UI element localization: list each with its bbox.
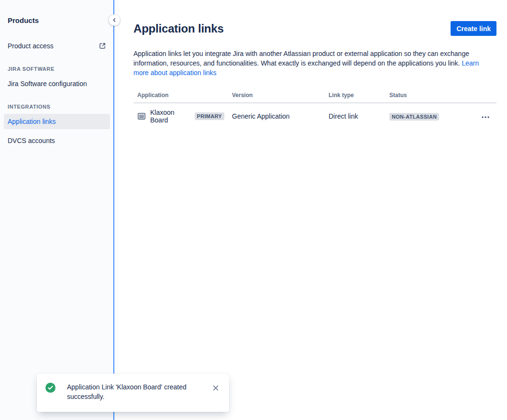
sidebar-collapse-button[interactable] [109, 14, 120, 26]
title-row: Application links Create link [133, 21, 496, 36]
success-check-icon [45, 383, 55, 395]
meatball-menu-icon [481, 116, 490, 119]
column-header-status: Status [386, 90, 474, 103]
success-toast: Application Link 'Klaxoon Board' created… [37, 374, 229, 412]
description-text: Application links let you integrate Jira… [133, 50, 469, 67]
application-links-table: Application Version Link type Status [133, 90, 496, 129]
sidebar-item-label: Jira Software configuration [8, 80, 87, 88]
sidebar-section-integrations: INTEGRATIONS [4, 104, 110, 110]
generic-application-icon [137, 112, 146, 121]
sidebar-item-label: Product access [8, 42, 54, 50]
toast-close-button[interactable] [211, 383, 220, 393]
sidebar-title: Products [4, 16, 110, 24]
sidebar-item-label: Application links [8, 118, 55, 125]
main-content: Application links Create link Applicatio… [114, 0, 507, 420]
sidebar: Products Product access JIRA SOFTWARE Ji… [0, 0, 114, 420]
sidebar-section-jira-software: JIRA SOFTWARE [4, 66, 110, 72]
sidebar-item-product-access[interactable]: Product access [4, 38, 110, 54]
toast-message: Application Link 'Klaxoon Board' created… [67, 382, 192, 401]
column-header-actions [474, 90, 496, 103]
chevron-left-icon [111, 17, 118, 23]
more-actions-button[interactable] [480, 115, 491, 120]
sidebar-item-application-links[interactable]: Application links [4, 114, 110, 129]
create-link-button[interactable]: Create link [451, 21, 496, 36]
application-cell: Klaxoon Board PRIMARY [137, 109, 224, 124]
column-header-link-type: Link type [325, 90, 386, 103]
description: Application links let you integrate Jira… [133, 49, 495, 77]
sidebar-item-dvcs-accounts[interactable]: DVCS accounts [4, 133, 110, 148]
link-type: Direct link [325, 103, 386, 129]
table-header-row: Application Version Link type Status [133, 90, 496, 103]
status-badge: NON-ATLASSIAN [389, 113, 439, 121]
sidebar-item-label: DVCS accounts [8, 137, 55, 144]
close-icon [212, 384, 220, 392]
page-title: Application links [133, 22, 224, 35]
column-header-version: Version [228, 90, 325, 103]
application-name: Klaxoon Board [150, 109, 190, 124]
primary-badge: PRIMARY [195, 112, 224, 120]
external-link-icon [99, 42, 106, 50]
table-row: Klaxoon Board PRIMARY Generic Applicatio… [133, 103, 496, 129]
application-version: Generic Application [228, 103, 325, 129]
sidebar-item-jira-software-configuration[interactable]: Jira Software configuration [4, 76, 110, 91]
column-header-application: Application [133, 90, 228, 103]
